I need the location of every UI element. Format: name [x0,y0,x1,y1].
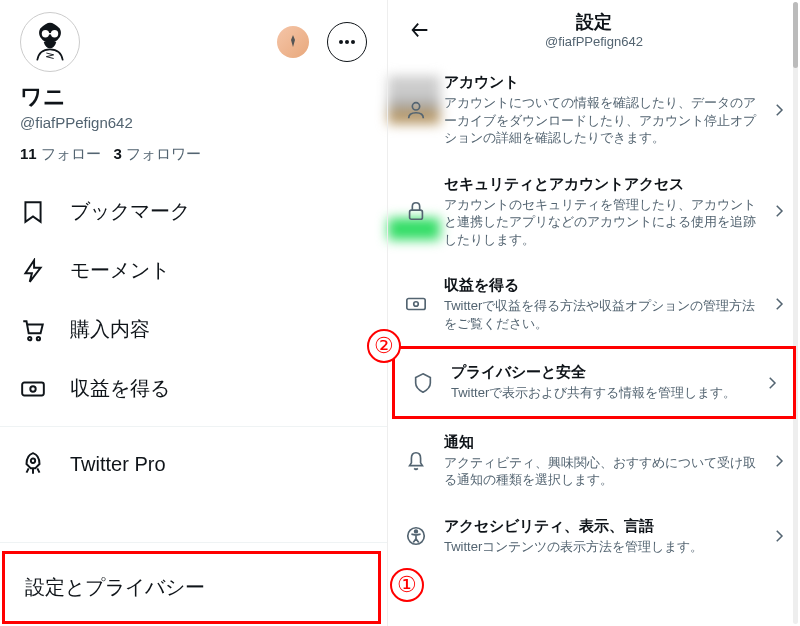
setting-title: アクセシビリティ、表示、言語 [444,517,756,536]
setting-item-accessibility[interactable]: アクセシビリティ、表示、言語 Twitterコンテンツの表示方法を管理します。 [388,503,800,570]
svg-point-4 [351,40,355,44]
page-title: 設定 [462,10,726,34]
more-button[interactable] [327,22,367,62]
shield-icon [409,369,437,397]
nav-label: 購入内容 [70,316,150,343]
svg-point-5 [28,337,31,340]
setting-title: プライバシーと安全 [451,363,749,382]
nav-item-monetization[interactable]: 収益を得る [0,359,387,418]
nav-item-bookmarks[interactable]: ブックマーク [0,182,387,241]
nav-item-settings-privacy[interactable]: 設定とプライバシー ① [2,551,381,624]
money-icon [402,290,430,318]
setting-item-monetization[interactable]: 収益を得る Twitterで収益を得る方法や収益オプションの管理方法をご覧くださ… [388,262,800,346]
money-icon [20,376,46,402]
chevron-right-icon [770,202,790,220]
svg-point-0 [42,30,49,37]
setting-desc: Twitterコンテンツの表示方法を管理します。 [444,538,756,556]
setting-desc: アカウントについての情報を確認したり、データのアーカイブをダウンロードしたり、ア… [444,94,756,147]
setting-desc: アクティビティ、興味関心、おすすめについて受け取る通知の種類を選択します。 [444,454,756,489]
nav-label: 設定とプライバシー [25,574,205,601]
lock-icon [402,197,430,225]
divider [0,426,387,427]
lightning-icon [20,258,46,284]
svg-point-3 [345,40,349,44]
account-switcher-avatar[interactable] [277,26,309,58]
chevron-right-icon [763,374,783,392]
chevron-right-icon [770,452,790,470]
nav-item-moments[interactable]: モーメント [0,241,387,300]
setting-title: アカウント [444,73,756,92]
chevron-right-icon [770,527,790,545]
setting-item-security[interactable]: セキュリティとアカウントアクセス アカウントのセキュリティを管理したり、アカウン… [388,161,800,263]
nav-label: Twitter Pro [70,453,166,476]
setting-desc: アカウントのセキュリティを管理したり、アカウントと連携したアプリなどのアカウント… [444,196,756,249]
accessibility-icon [402,522,430,550]
svg-point-6 [37,337,40,340]
person-icon [402,96,430,124]
rocket-icon [20,451,46,477]
svg-point-10 [412,102,419,109]
nav-item-twitter-pro[interactable]: Twitter Pro [0,435,387,493]
setting-desc: Twitterで収益を得る方法や収益オプションの管理方法をご覧ください。 [444,297,756,332]
svg-point-8 [30,386,35,391]
follow-stats[interactable]: 11 フォロー 3 フォロワー [20,145,367,164]
cart-icon [20,317,46,343]
nav-label: ブックマーク [70,198,190,225]
page-subtitle: @fiafPPefign642 [462,34,726,49]
display-name[interactable]: ワニ [20,82,367,112]
setting-item-account[interactable]: アカウント アカウントについての情報を確認したり、データのアーカイブをダウンロー… [388,59,800,161]
svg-point-13 [414,302,419,307]
svg-rect-12 [407,299,425,310]
svg-point-2 [339,40,343,44]
svg-point-9 [31,459,35,463]
nav-label: モーメント [70,257,170,284]
nav-label: 収益を得る [70,375,170,402]
svg-point-1 [51,30,58,37]
setting-desc: Twitterで表示および共有する情報を管理します。 [451,384,749,402]
svg-rect-11 [410,211,423,220]
svg-point-15 [415,530,418,533]
divider [0,542,387,543]
nav-item-purchases[interactable]: 購入内容 [0,300,387,359]
setting-item-privacy[interactable]: ② プライバシーと安全 Twitterで表示および共有する情報を管理します。 [392,346,796,419]
annotation-2: ② [367,329,401,363]
bookmark-icon [20,199,46,225]
user-handle[interactable]: @fiafPPefign642 [20,114,367,131]
setting-item-notifications[interactable]: 通知 アクティビティ、興味関心、おすすめについて受け取る通知の種類を選択します。 [388,419,800,503]
bell-icon [402,447,430,475]
chevron-right-icon [770,295,790,313]
avatar[interactable] [20,12,80,72]
setting-title: セキュリティとアカウントアクセス [444,175,756,194]
svg-rect-7 [22,382,44,395]
back-button[interactable] [402,12,438,48]
setting-title: 収益を得る [444,276,756,295]
setting-title: 通知 [444,433,756,452]
chevron-right-icon [770,101,790,119]
